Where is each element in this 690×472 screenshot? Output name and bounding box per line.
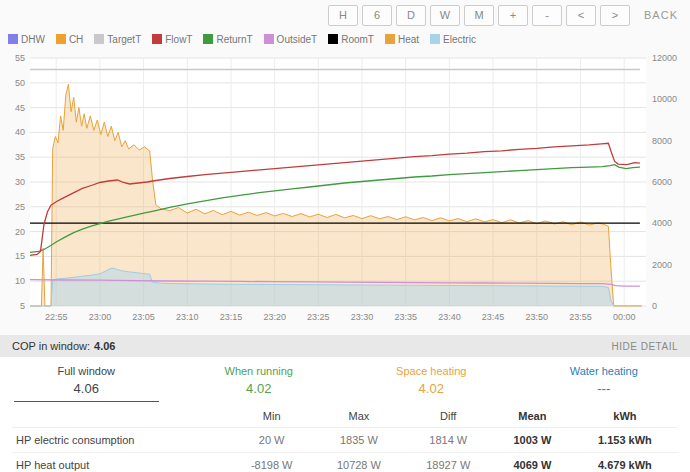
row-label: HP electric consumption [12, 428, 229, 453]
svg-text:30: 30 [15, 177, 25, 187]
svg-text:0: 0 [652, 301, 657, 311]
legend-label: RoomT [341, 34, 374, 45]
legend-item-heat[interactable]: Heat [385, 34, 419, 45]
svg-text:35: 35 [15, 152, 25, 162]
legend-item-ch[interactable]: CH [56, 34, 83, 45]
legend-swatch-icon [94, 34, 104, 44]
cop-bar: COP in window:4.06 HIDE DETAIL [0, 335, 690, 357]
right-axis-labels: 120001000080006000400020000 [652, 53, 677, 311]
cop-in-window: COP in window:4.06 [12, 340, 115, 352]
legend-item-dhw[interactable]: DHW [8, 34, 45, 45]
toolbar: H6DWM+-<> BACK [0, 0, 690, 30]
tab-value: 4.02 [359, 381, 504, 396]
column-header-diff: Diff [404, 405, 493, 428]
column-header-min: Min [229, 405, 314, 428]
toolbar-button-d[interactable]: D [396, 5, 426, 26]
svg-text:23:30: 23:30 [351, 312, 374, 322]
legend-item-flowt[interactable]: FlowT [152, 34, 192, 45]
column-header-kwh: kWh [572, 405, 678, 428]
cell-diff: 18927 W [404, 453, 493, 472]
chart-canvas[interactable]: 5550454035302520151051200010000800060004… [0, 48, 690, 335]
table-header-row: MinMaxDiffMeankWh [12, 405, 678, 428]
legend-swatch-icon [203, 34, 213, 44]
cop-value: 4.06 [94, 340, 115, 352]
svg-text:23:35: 23:35 [394, 312, 417, 322]
legend-swatch-icon [56, 34, 66, 44]
cell-min: 20 W [229, 428, 314, 453]
toolbar-button-sym[interactable]: > [600, 5, 630, 26]
toolbar-buttons: H6DWM+-<> [328, 5, 630, 26]
legend-swatch-icon [328, 34, 338, 44]
cell-mean: 4069 W [493, 453, 572, 472]
tab-water-heating[interactable]: Water heating--- [532, 362, 677, 402]
toolbar-button-h[interactable]: H [328, 5, 358, 26]
tab-label: Full window [14, 365, 159, 377]
legend-label: OutsideT [277, 34, 318, 45]
svg-text:20: 20 [15, 227, 25, 237]
svg-text:55: 55 [15, 53, 25, 63]
svg-text:10000: 10000 [652, 94, 677, 104]
toolbar-button-sym[interactable]: - [532, 5, 562, 26]
legend-label: ReturnT [216, 34, 252, 45]
legend-item-electric[interactable]: Electric [430, 34, 476, 45]
legend-label: TargetT [107, 34, 141, 45]
tab-full-window[interactable]: Full window4.06 [14, 362, 159, 402]
svg-text:25: 25 [15, 202, 25, 212]
svg-text:2000: 2000 [652, 260, 672, 270]
legend-label: CH [69, 34, 83, 45]
legend-item-roomt[interactable]: RoomT [328, 34, 374, 45]
tab-when-running[interactable]: When running4.02 [187, 362, 332, 402]
column-header-mean: Mean [493, 405, 572, 428]
tab-value: --- [532, 381, 677, 396]
toolbar-button-w[interactable]: W [430, 5, 460, 26]
legend-item-returnt[interactable]: ReturnT [203, 34, 252, 45]
svg-text:00:00: 00:00 [613, 312, 636, 322]
legend-swatch-icon [152, 34, 162, 44]
tab-label: Space heating [359, 365, 504, 377]
svg-text:23:45: 23:45 [482, 312, 505, 322]
stats-panel: Full window4.06When running4.02Space hea… [0, 357, 690, 472]
svg-text:8000: 8000 [652, 136, 672, 146]
chart: 5550454035302520151051200010000800060004… [0, 48, 690, 335]
column-header-max: Max [314, 405, 403, 428]
hide-detail-button[interactable]: HIDE DETAIL [612, 341, 678, 352]
toolbar-button-sym[interactable]: < [566, 5, 596, 26]
svg-text:23:10: 23:10 [176, 312, 199, 322]
legend-label: Electric [443, 34, 476, 45]
column-header-label [12, 405, 229, 428]
back-button[interactable]: BACK [644, 9, 678, 21]
svg-text:23:25: 23:25 [307, 312, 330, 322]
cell-max: 10728 W [314, 453, 403, 472]
svg-text:23:50: 23:50 [526, 312, 549, 322]
toolbar-button-sym[interactable]: + [498, 5, 528, 26]
svg-text:23:55: 23:55 [569, 312, 592, 322]
legend-item-targett[interactable]: TargetT [94, 34, 141, 45]
svg-text:23:40: 23:40 [438, 312, 461, 322]
row-label: HP heat output [12, 453, 229, 472]
tab-value: 4.06 [14, 381, 159, 396]
legend-label: Heat [398, 34, 419, 45]
cop-label: COP in window: [12, 340, 90, 352]
cell-kwh: 4.679 kWh [572, 453, 678, 472]
stats-table: MinMaxDiffMeankWh HP electric consumptio… [12, 405, 678, 472]
cell-min: -8198 W [229, 453, 314, 472]
toolbar-button-m[interactable]: M [464, 5, 494, 26]
cell-mean: 1003 W [493, 428, 572, 453]
tab-label: When running [187, 365, 332, 377]
legend-swatch-icon [8, 34, 18, 44]
toolbar-button-6[interactable]: 6 [362, 5, 392, 26]
tab-space-heating[interactable]: Space heating4.02 [359, 362, 504, 402]
cell-kwh: 1.153 kWh [572, 428, 678, 453]
svg-text:10: 10 [15, 276, 25, 286]
svg-text:40: 40 [15, 127, 25, 137]
svg-text:23:15: 23:15 [220, 312, 243, 322]
left-axis-labels: 555045403530252015105 [15, 53, 25, 311]
tab-value: 4.02 [187, 381, 332, 396]
table-row: HP heat output-8198 W10728 W18927 W4069 … [12, 453, 678, 472]
svg-text:6000: 6000 [652, 177, 672, 187]
svg-text:4000: 4000 [652, 218, 672, 228]
x-axis-labels: 22:5523:0023:0523:1023:1523:2023:2523:30… [45, 312, 636, 322]
svg-text:45: 45 [15, 103, 25, 113]
legend-item-outsidet[interactable]: OutsideT [264, 34, 318, 45]
cell-diff: 1814 W [404, 428, 493, 453]
